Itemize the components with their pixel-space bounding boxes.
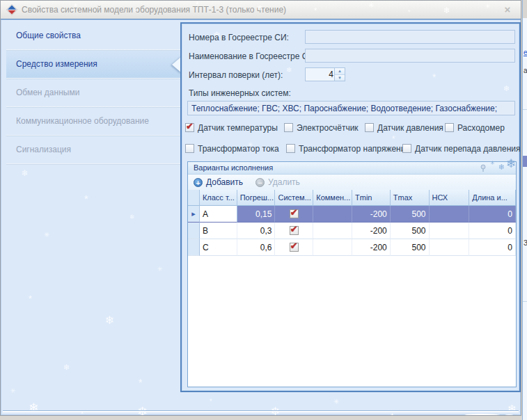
variants-panel-title: Варианты исполнения bbox=[194, 163, 273, 172]
variants-panel-header: Варианты исполнения bbox=[188, 162, 516, 175]
checkbox-label: Трансформатор тока bbox=[198, 144, 279, 154]
dialog-body: Общие свойства Средство измерения Обмен … bbox=[1, 19, 521, 415]
cell-nsh[interactable] bbox=[430, 239, 470, 256]
spin-down-icon[interactable]: ▾ bbox=[335, 74, 345, 81]
close-icon[interactable]: × bbox=[501, 3, 514, 17]
checkbox-label: Датчик перепада давления bbox=[415, 144, 521, 154]
sidebar-divider bbox=[6, 163, 180, 165]
cell-system[interactable]: ✔ bbox=[275, 206, 313, 223]
cell-class[interactable]: А bbox=[200, 206, 237, 223]
checkbox-label: Расходомер bbox=[457, 123, 505, 133]
column-header-error[interactable]: Погреш... bbox=[237, 190, 276, 206]
cell-tmin[interactable]: -200 bbox=[352, 206, 391, 223]
column-header-length[interactable]: Длина и... bbox=[469, 190, 516, 206]
cell-tmin[interactable]: -200 bbox=[352, 223, 391, 239]
cell-nsh[interactable] bbox=[430, 206, 470, 223]
column-header-nsh[interactable]: НСХ bbox=[430, 190, 470, 206]
cell-tmax[interactable]: 500 bbox=[391, 239, 430, 256]
snowflake-icon bbox=[210, 398, 212, 405]
engineering-systems-label: Типы инженерных систем: bbox=[189, 88, 291, 98]
table-row[interactable]: ▸ А 0,15 ✔ -200 500 0 bbox=[188, 206, 516, 223]
sidebar-item-general[interactable]: Общие свойства bbox=[6, 22, 180, 49]
grid-header-row: Класс т... Погреш... Систем... Коммен...… bbox=[188, 190, 516, 206]
gosreestr-name-input[interactable] bbox=[305, 49, 515, 63]
variants-toolbar: + Добавить − Удалить bbox=[188, 175, 516, 191]
checkbox-unchecked-icon bbox=[185, 144, 194, 153]
sidebar-item-communication-equipment[interactable]: Коммуникационное оборудование bbox=[6, 108, 180, 135]
sidebar-item-label: Общие свойства bbox=[16, 31, 81, 40]
edge-divider bbox=[523, 301, 527, 302]
cell-error[interactable]: 0,6 bbox=[237, 239, 276, 256]
minus-icon: − bbox=[255, 178, 265, 187]
table-row[interactable]: С 0,6 ✔ -200 500 0 bbox=[188, 239, 516, 256]
snowflake-icon bbox=[506, 158, 516, 170]
cell-comment[interactable] bbox=[313, 239, 352, 256]
checkbox-temperature-sensor[interactable]: ✔ Датчик температуры bbox=[185, 122, 278, 133]
checkbox-pressure-sensor[interactable]: Датчик давления bbox=[365, 122, 443, 133]
checkbox-unchecked-icon bbox=[365, 123, 374, 132]
snowflake-icon bbox=[84, 193, 88, 204]
cell-class[interactable]: С bbox=[200, 239, 237, 256]
snowflake-icon bbox=[391, 412, 394, 415]
cell-system[interactable]: ✔ bbox=[275, 223, 313, 239]
table-row[interactable]: В 0,3 ✔ -200 500 0 bbox=[188, 223, 516, 239]
sidebar-item-label: Коммуникационное оборудование bbox=[16, 116, 149, 126]
snowflake-icon bbox=[368, 2, 374, 9]
column-header-comment[interactable]: Коммен... bbox=[313, 190, 352, 206]
snowflake-icon bbox=[503, 85, 510, 92]
cell-tmax[interactable]: 500 bbox=[391, 206, 430, 223]
gosreestr-numbers-input[interactable] bbox=[305, 30, 515, 44]
snowflake-icon bbox=[408, 9, 411, 15]
verification-interval-input[interactable] bbox=[306, 68, 336, 81]
checkbox-voltage-transformer[interactable]: Трансформатор напряжения bbox=[286, 143, 410, 154]
checkbox-unchecked-icon bbox=[402, 144, 411, 153]
background-window-titlebar-edge bbox=[523, 0, 527, 18]
cell-error[interactable]: 0,3 bbox=[237, 223, 276, 239]
cell-tmax[interactable]: 500 bbox=[391, 223, 430, 239]
pin-icon[interactable] bbox=[480, 164, 487, 172]
spin-buttons: ▴ ▾ bbox=[334, 68, 345, 81]
verification-interval-spinner[interactable]: ▴ ▾ bbox=[305, 67, 345, 81]
snowflake-icon bbox=[498, 163, 505, 171]
column-header-tmin[interactable]: Tmin bbox=[352, 190, 391, 206]
checkbox-diff-pressure-sensor[interactable]: Датчик перепада давления bbox=[402, 143, 521, 154]
snowflake-icon bbox=[44, 232, 49, 239]
screen: Свойства системной модели оборудования Т… bbox=[0, 0, 527, 420]
delete-button[interactable]: − Удалить bbox=[253, 177, 303, 187]
snowflake-icon bbox=[333, 398, 339, 405]
checkbox-label: Датчик давления bbox=[377, 123, 443, 133]
cell-tmin[interactable]: -200 bbox=[352, 239, 391, 256]
cell-comment[interactable] bbox=[313, 206, 352, 223]
checkbox-flow-meter[interactable]: Расходомер bbox=[445, 122, 505, 133]
cell-length[interactable]: 0 bbox=[469, 239, 516, 256]
snowflake-icon bbox=[392, 135, 395, 143]
add-button[interactable]: + Добавить bbox=[191, 177, 246, 187]
title-bar[interactable]: Свойства системной модели оборудования Т… bbox=[1, 1, 521, 19]
cell-length[interactable]: 0 bbox=[469, 223, 516, 239]
snowflake-icon bbox=[63, 364, 70, 371]
sidebar-item-data-exchange[interactable]: Обмен данными bbox=[6, 79, 180, 106]
cell-comment[interactable] bbox=[313, 223, 352, 239]
row-indicator bbox=[188, 223, 200, 239]
snowflake-icon bbox=[105, 315, 114, 326]
cell-error[interactable]: 0,15 bbox=[237, 206, 276, 223]
column-header-system[interactable]: Систем... bbox=[275, 190, 313, 206]
row-indicator bbox=[188, 239, 200, 256]
spin-up-icon[interactable]: ▴ bbox=[335, 68, 345, 74]
checkbox-checked-icon: ✔ bbox=[185, 123, 194, 132]
engineering-systems-input[interactable] bbox=[187, 101, 515, 115]
plus-icon: + bbox=[194, 178, 203, 187]
cell-system[interactable]: ✔ bbox=[275, 239, 313, 256]
sidebar-item-measuring-instrument[interactable]: Средство измерения bbox=[6, 51, 180, 78]
cell-nsh[interactable] bbox=[430, 223, 470, 239]
snowflake-icon bbox=[314, 7, 317, 15]
snowflake-icon bbox=[432, 72, 436, 82]
content-panel: Номера в Госреестре СИ: Наименование в Г… bbox=[180, 22, 521, 392]
column-header-class[interactable]: Класс т... bbox=[200, 190, 237, 206]
checkbox-current-transformer[interactable]: Трансформатор тока bbox=[185, 143, 279, 154]
sidebar-item-signaling[interactable]: Сигнализация bbox=[6, 136, 180, 163]
checkbox-electric-meter[interactable]: Электросчётчик bbox=[284, 122, 359, 133]
cell-length[interactable]: 0 bbox=[469, 206, 516, 223]
column-header-tmax[interactable]: Tmax bbox=[391, 190, 430, 206]
cell-class[interactable]: В bbox=[200, 223, 237, 239]
